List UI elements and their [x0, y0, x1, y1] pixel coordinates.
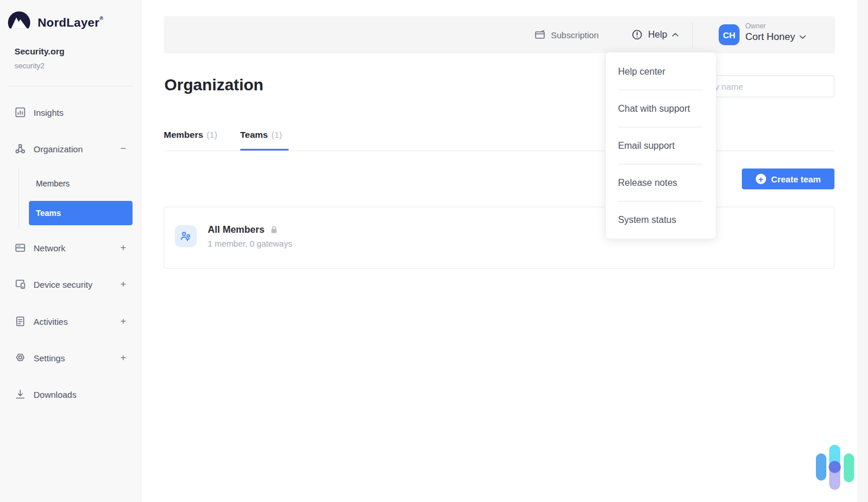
sidebar-item-settings[interactable]: Settings + — [14, 350, 133, 366]
subscription-icon — [534, 29, 546, 41]
tab-count: (1) — [207, 130, 217, 140]
chevron-down-icon — [799, 35, 806, 39]
settings-gear-icon — [14, 352, 26, 364]
team-meta: 1 member, 0 gateways — [208, 239, 292, 248]
tab-label: Teams — [240, 130, 268, 140]
sidebar-item-downloads[interactable]: Downloads — [14, 386, 133, 402]
tab-members[interactable]: Members (1) — [164, 130, 217, 140]
menu-item-release-notes[interactable]: Release notes — [606, 164, 716, 201]
help-button[interactable]: Help — [631, 16, 679, 53]
sidebar-item-insights[interactable]: Insights — [14, 104, 133, 120]
sidebar-item-teams-active[interactable]: Teams — [29, 201, 133, 225]
topbar: Subscription Help CH Owner Cort Honey — [164, 16, 835, 53]
team-name: All Members — [208, 224, 264, 235]
members-group-icon — [179, 230, 192, 243]
subscription-label: Subscription — [551, 30, 599, 40]
nordlayer-logo-icon — [6, 10, 32, 35]
chat-widget-bar-left — [816, 453, 826, 481]
org-slug: security2 — [14, 61, 45, 70]
chat-widget-bar-right — [844, 453, 854, 482]
sidebar-item-label: Activities — [34, 317, 68, 327]
sidebar-item-device-security[interactable]: Device security + — [14, 276, 133, 292]
create-team-label: Create team — [771, 174, 821, 184]
collapse-toggle[interactable]: − — [120, 143, 126, 155]
help-dropdown-menu: Help center Chat with support Email supp… — [605, 52, 716, 239]
sidebar-item-label: Downloads — [34, 390, 76, 400]
plus-circle-icon: + — [756, 174, 766, 184]
sidebar-item-members[interactable]: Members — [29, 175, 133, 192]
user-name: Cort Honey — [745, 31, 795, 43]
subscription-button[interactable]: Subscription — [534, 16, 599, 53]
menu-item-chat-with-support[interactable]: Chat with support — [606, 90, 716, 127]
network-icon — [14, 242, 26, 254]
sidebar-item-label: Device security — [34, 280, 93, 290]
sidebar-item-activities[interactable]: Activities + — [14, 313, 133, 329]
sidebar-subitem-label: Members — [36, 179, 69, 188]
activities-icon — [14, 316, 26, 327]
scrollbar-track[interactable] — [857, 0, 868, 502]
team-avatar — [175, 225, 197, 247]
sidebar-item-label: Settings — [34, 353, 65, 363]
sidebar: NordLayer® Security.org security2 Insigh… — [0, 0, 141, 502]
expand-toggle[interactable]: + — [120, 316, 126, 327]
chat-widget-button[interactable] — [813, 442, 856, 495]
tab-count: (1) — [271, 130, 282, 140]
page-title: Organization — [164, 76, 263, 94]
download-icon — [14, 389, 26, 400]
lock-icon — [270, 225, 278, 234]
team-card-all-members[interactable]: All Members 1 member, 0 gateways — [164, 207, 834, 269]
sidebar-item-label: Insights — [34, 108, 64, 118]
help-info-icon — [631, 29, 643, 41]
user-role-label: Owner — [745, 22, 806, 30]
menu-item-help-center[interactable]: Help center — [606, 53, 716, 90]
topbar-divider — [692, 22, 693, 47]
trademark: ® — [100, 16, 104, 21]
expand-toggle[interactable]: + — [120, 242, 126, 254]
organization-icon — [14, 143, 26, 155]
sidebar-item-network[interactable]: Network + — [14, 240, 133, 256]
tabs: Members (1) Teams (1) — [164, 130, 835, 151]
submenu-guide-line — [19, 169, 19, 229]
brand-name: NordLayer® — [38, 16, 104, 30]
user-avatar[interactable]: CH — [719, 24, 740, 45]
sidebar-item-organization[interactable]: Organization − — [14, 141, 133, 157]
user-menu[interactable]: Owner Cort Honey — [745, 22, 806, 43]
chevron-up-icon — [672, 32, 679, 37]
sidebar-item-label: Organization — [34, 144, 83, 154]
sidebar-divider — [8, 86, 133, 86]
brand-logo[interactable]: NordLayer® — [6, 10, 104, 35]
sidebar-item-label: Network — [34, 243, 65, 253]
sidebar-subitem-label: Teams — [36, 208, 61, 218]
org-name: Security.org — [14, 46, 64, 56]
device-security-icon — [14, 279, 26, 290]
expand-toggle[interactable]: + — [120, 279, 126, 290]
insights-icon — [14, 107, 26, 118]
create-team-button[interactable]: + Create team — [742, 168, 834, 189]
tab-label: Members — [164, 130, 203, 140]
active-tab-underline — [240, 149, 289, 151]
help-label: Help — [648, 30, 667, 40]
menu-item-system-status[interactable]: System status — [606, 201, 716, 238]
expand-toggle[interactable]: + — [120, 352, 126, 364]
menu-item-email-support[interactable]: Email support — [606, 127, 716, 164]
tab-teams-active[interactable]: Teams (1) — [240, 130, 282, 140]
chat-widget-dot — [829, 461, 841, 473]
